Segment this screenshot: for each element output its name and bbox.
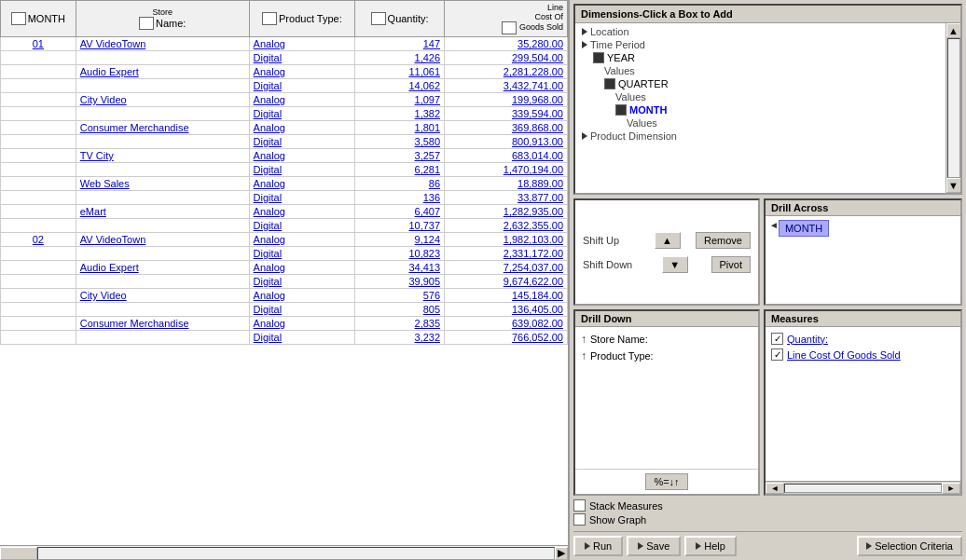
product-link[interactable]: Digital	[254, 276, 283, 287]
measure-checkbox[interactable]: ✓	[771, 333, 783, 345]
store-name-link[interactable]: Consumer Merchandise	[80, 318, 189, 329]
product-checkbox[interactable]	[262, 12, 277, 25]
remove-btn[interactable]: Remove	[696, 232, 751, 249]
product-link[interactable]: Analog	[254, 206, 285, 217]
cost-link[interactable]: 2,632,355.00	[504, 220, 563, 231]
pivot-btn[interactable]: Pivot	[711, 256, 751, 273]
store-name-link[interactable]: Web Sales	[80, 178, 130, 189]
cost-link[interactable]: 766,052.00	[512, 332, 563, 343]
product-link[interactable]: Digital	[254, 220, 283, 231]
cost-link[interactable]: 199,968.00	[512, 94, 563, 105]
qty-link[interactable]: 136	[423, 192, 440, 203]
qty-link[interactable]: 39,905	[408, 276, 440, 287]
cost-link[interactable]: 1,982,103.00	[504, 234, 563, 245]
cost-link[interactable]: 33,877.00	[518, 192, 563, 203]
product-link[interactable]: Analog	[254, 122, 285, 133]
product-link[interactable]: Analog	[254, 234, 285, 245]
drill-across-tag[interactable]: MONTH	[779, 220, 829, 237]
qty-link[interactable]: 11,061	[408, 66, 440, 77]
store-name-link[interactable]: eMart	[80, 206, 106, 217]
format-btn[interactable]: %=↓↑	[645, 473, 687, 490]
product-link[interactable]: Analog	[254, 178, 285, 189]
product-link[interactable]: Digital	[254, 192, 283, 203]
stack-measures-checkbox[interactable]	[573, 499, 586, 512]
product-link[interactable]: Digital	[254, 136, 283, 147]
qty-link[interactable]: 10,737	[408, 220, 440, 231]
qty-link[interactable]: 1,097	[415, 94, 441, 105]
cost-link[interactable]: 639,082.00	[512, 318, 563, 329]
qty-link[interactable]: 805	[423, 304, 440, 315]
product-link[interactable]: Digital	[254, 80, 283, 91]
product-link[interactable]: Digital	[254, 332, 283, 343]
cost-link[interactable]: 1,282,935.00	[504, 206, 563, 217]
store-name-header[interactable]: Store Name:	[76, 1, 249, 37]
cost-link[interactable]: 2,281,228.00	[504, 66, 563, 77]
dim-item[interactable]: Values	[579, 90, 942, 103]
qty-link[interactable]: 9,124	[415, 234, 441, 245]
dim-checkbox[interactable]	[615, 104, 627, 116]
store-name-link[interactable]: AV VideoTown	[80, 38, 146, 49]
dim-item[interactable]: QUARTER	[579, 77, 942, 90]
qty-link[interactable]: 10,823	[408, 248, 440, 259]
cost-link[interactable]: 800,913.00	[512, 136, 563, 147]
month-link[interactable]: 02	[33, 234, 44, 245]
month-header[interactable]: MONTH	[1, 1, 76, 37]
cost-link[interactable]: 683,014.00	[512, 150, 563, 161]
cost-link[interactable]: 18,889.00	[518, 178, 563, 189]
dim-item[interactable]: Values	[579, 64, 942, 77]
cost-link[interactable]: 369,868.00	[512, 122, 563, 133]
product-link[interactable]: Digital	[254, 304, 283, 315]
qty-link[interactable]: 2,835	[415, 318, 441, 329]
selection-criteria-button[interactable]: Selection Criteria	[857, 536, 962, 556]
store-name-link[interactable]: City Video	[80, 94, 127, 105]
qty-link[interactable]: 3,257	[415, 150, 441, 161]
shift-up-btn[interactable]: ▲	[655, 232, 681, 249]
product-link[interactable]: Digital	[254, 248, 283, 259]
measure-label[interactable]: Quantity:	[787, 334, 828, 345]
qty-checkbox[interactable]	[371, 12, 386, 25]
store-name-link[interactable]: Consumer Merchandise	[80, 122, 189, 133]
dim-item[interactable]: YEAR	[579, 51, 942, 64]
dim-item[interactable]: Product Dimension	[579, 130, 942, 143]
product-link[interactable]: Analog	[254, 66, 285, 77]
qty-link[interactable]: 576	[423, 290, 440, 301]
product-link[interactable]: Digital	[254, 108, 283, 119]
show-graph-checkbox[interactable]	[573, 513, 586, 526]
shift-down-btn[interactable]: ▼	[662, 256, 688, 273]
scroll-up-btn[interactable]: ▲	[946, 23, 961, 38]
store-name-link[interactable]: Audio Expert	[80, 262, 139, 273]
store-name-link[interactable]: TV City	[80, 150, 114, 161]
qty-link[interactable]: 3,580	[415, 136, 441, 147]
store-name-link[interactable]: AV VideoTown	[80, 234, 146, 245]
cost-link[interactable]: 1,470,194.00	[504, 164, 563, 175]
cost-link[interactable]: 9,674,622.00	[504, 276, 563, 287]
dim-checkbox[interactable]	[593, 52, 604, 63]
qty-link[interactable]: 6,281	[415, 164, 441, 175]
dim-item[interactable]: MONTH	[579, 103, 942, 116]
run-button[interactable]: Run	[573, 536, 623, 556]
qty-link[interactable]: 1,426	[415, 52, 441, 63]
product-link[interactable]: Analog	[254, 94, 285, 105]
month-checkbox[interactable]	[11, 12, 26, 25]
qty-link[interactable]: 6,407	[415, 206, 441, 217]
product-type-header[interactable]: Product Type:	[249, 1, 355, 37]
store-name-link[interactable]: City Video	[80, 290, 127, 301]
measure-label[interactable]: Line Cost Of Goods Sold	[787, 349, 901, 361]
product-link[interactable]: Analog	[254, 290, 285, 301]
name-checkbox[interactable]	[139, 17, 154, 30]
dim-item[interactable]: Time Period	[579, 38, 942, 51]
store-name-link[interactable]: Audio Expert	[80, 66, 139, 77]
cost-link[interactable]: 7,254,037.00	[504, 262, 563, 273]
cost-link[interactable]: 299,504.00	[512, 52, 563, 63]
qty-link[interactable]: 1,801	[415, 122, 441, 133]
qty-link[interactable]: 14,062	[408, 80, 440, 91]
month-link[interactable]: 01	[33, 38, 44, 49]
qty-link[interactable]: 147	[423, 38, 440, 49]
dim-item[interactable]: Values	[579, 116, 942, 130]
cost-link[interactable]: 2,331,172.00	[504, 248, 563, 259]
measures-hscroll[interactable]: ◄ ►	[766, 481, 960, 494]
measure-checkbox[interactable]: ✓	[771, 348, 783, 361]
cost-header[interactable]: Line Cost Of Goods Sold	[445, 1, 568, 37]
dim-checkbox[interactable]	[604, 78, 615, 89]
product-link[interactable]: Analog	[254, 38, 285, 49]
